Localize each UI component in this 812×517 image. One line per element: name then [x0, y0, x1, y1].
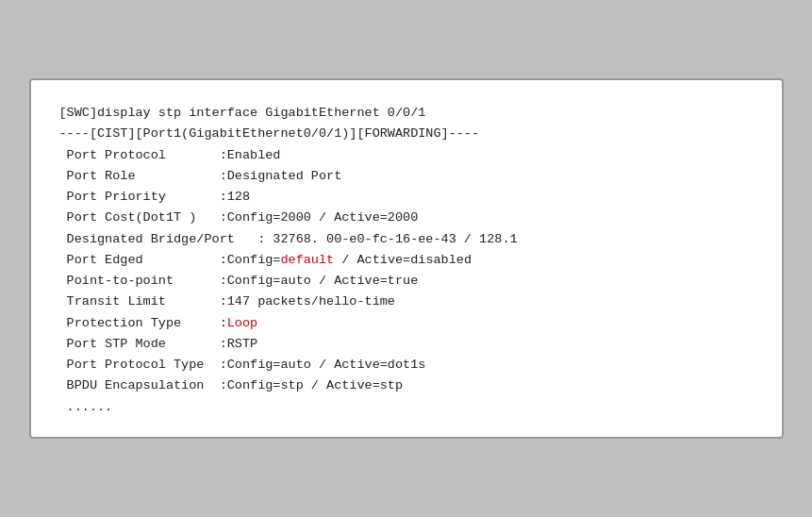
text-segment: Protection Type : — [59, 316, 227, 330]
text-segment: Port Priority :128 — [59, 190, 251, 204]
terminal-line-designated-bridge: Designated Bridge/Port : 32768. 00-e0-fc… — [59, 229, 754, 250]
text-segment: / Active=disabled — [334, 253, 472, 267]
terminal-line-bpdu-encapsulation: BPDU Encapsulation :Config=stp / Active=… — [59, 375, 754, 396]
text-segment: Port Edged :Config= — [59, 253, 281, 267]
terminal-window: [SWC]display stp interface GigabitEthern… — [29, 78, 784, 439]
terminal-line-point-to-point: Point-to-point :Config=auto / Active=tru… — [59, 271, 754, 292]
text-segment: [SWC]display stp interface GigabitEthern… — [59, 106, 426, 120]
terminal-content: [SWC]display stp interface GigabitEthern… — [59, 103, 754, 418]
terminal-line-ellipsis: ...... — [59, 397, 754, 418]
terminal-line-cmd: [SWC]display stp interface GigabitEthern… — [59, 103, 754, 124]
text-segment: Port Cost(Dot1T ) :Config=2000 / Active=… — [59, 210, 419, 225]
terminal-line-transit-limit: Transit Limit :147 packets/hello-time — [59, 292, 754, 312]
text-segment: Port STP Mode :RSTP — [59, 337, 258, 351]
text-segment: Port Protocol :Enabled — [59, 148, 281, 162]
terminal-line-port-protocol: Port Protocol :Enabled — [59, 145, 754, 166]
text-segment: Loop — [227, 316, 257, 330]
text-segment: ----[CIST][Port1(GigabitEthernet0/0/1)][… — [59, 126, 480, 141]
text-segment: Port Protocol Type :Config=auto / Active… — [59, 358, 426, 372]
terminal-line-port-edged: Port Edged :Config=default / Active=disa… — [59, 250, 754, 271]
text-segment: Port Role :Designated Port — [59, 169, 342, 183]
text-segment: BPDU Encapsulation :Config=stp / Active=… — [59, 378, 404, 392]
text-segment: Transit Limit :147 packets/hello-time — [59, 294, 395, 309]
terminal-line-port-stp-mode: Port STP Mode :RSTP — [59, 334, 754, 355]
text-segment: default — [280, 253, 334, 267]
text-segment: Designated Bridge/Port : 32768. 00-e0-fc… — [59, 232, 518, 246]
terminal-line-port-protocol-type: Port Protocol Type :Config=auto / Active… — [59, 355, 754, 375]
text-segment: ...... — [59, 400, 113, 414]
terminal-line-separator: ----[CIST][Port1(GigabitEthernet0/0/1)][… — [59, 124, 754, 144]
terminal-line-port-priority: Port Priority :128 — [59, 187, 754, 208]
text-segment: Point-to-point :Config=auto / Active=tru… — [59, 274, 419, 288]
terminal-line-port-cost: Port Cost(Dot1T ) :Config=2000 / Active=… — [59, 208, 754, 228]
terminal-line-port-role: Port Role :Designated Port — [59, 166, 754, 187]
terminal-line-protection-type: Protection Type :Loop — [59, 313, 754, 334]
